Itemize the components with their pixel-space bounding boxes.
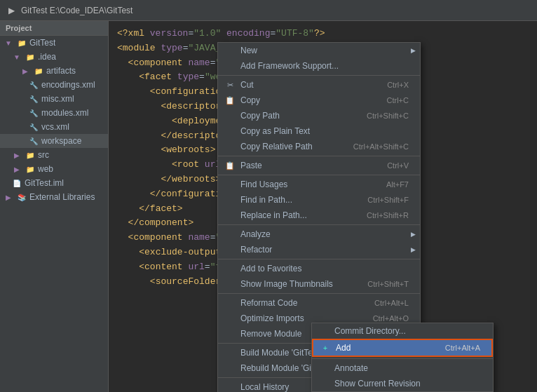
iml-icon: 📄 (11, 177, 22, 189)
tree-item-artifacts[interactable]: ▶ 📁 artifacts (0, 64, 108, 78)
xml-icon: 🔧 (28, 107, 39, 119)
folder-icon: 📁 (25, 51, 36, 62)
menu-label-find-usages: Find Usages (240, 180, 372, 189)
xml-icon: 🔧 (28, 121, 39, 133)
tree-item-misc[interactable]: 🔧 misc.xml (0, 92, 108, 106)
copy-path-icon (224, 110, 236, 121)
tree-item-iml[interactable]: 📄 GitTest.iml (0, 176, 108, 190)
menu-item-add-framework[interactable]: Add Framework Support... (218, 58, 420, 74)
tree-item-vcs[interactable]: 🔧 vcs.xml (0, 120, 108, 134)
menu-label-find-path: Find in Path... (240, 195, 353, 205)
menu-label-paste: Paste (240, 161, 373, 170)
editor-panel: <?xml version="1.0" encoding="UTF-8"?> <… (109, 21, 537, 392)
submenu-item-show-current[interactable]: Show Current Revision (312, 376, 493, 391)
tree-item-workspace[interactable]: 🔧 workspace (0, 134, 108, 148)
tree-label-artifacts: artifacts (46, 66, 76, 76)
optimize-shortcut: Ctrl+Alt+O (373, 314, 409, 323)
menu-item-paste[interactable]: 📋 Paste Ctrl+V (218, 158, 420, 173)
project-panel: Project ▼ 📁 GitTest ▼ 📁 .idea ▶ 📁 artifa… (0, 21, 109, 392)
tree-label-iml: GitTest.iml (25, 178, 64, 188)
folder-icon: 📁 (25, 149, 36, 161)
expand-icon: ▶ (20, 65, 31, 76)
menu-label-replace-path: Replace in Path... (240, 210, 353, 220)
menu-item-reformat[interactable]: Reformat Code Ctrl+Alt+L (218, 295, 420, 311)
copy-shortcut: Ctrl+C (387, 96, 409, 104)
submenu-item-annotate[interactable]: Annotate (312, 360, 493, 376)
find-usages-icon (224, 179, 236, 190)
find-path-icon (224, 194, 236, 205)
thumbnails-icon (224, 278, 236, 290)
menu-item-copy-plain[interactable]: Copy as Plain Text (218, 123, 420, 139)
main-layout: Project ▼ 📁 GitTest ▼ 📁 .idea ▶ 📁 artifa… (0, 21, 537, 392)
menu-label-copy-relative: Copy Relative Path (240, 142, 339, 151)
menu-item-add-favorites[interactable]: Add to Favorites (218, 261, 420, 276)
menu-separator-5 (218, 259, 420, 259)
copy-path-shortcut: Ctrl+Shift+C (367, 111, 409, 120)
menu-label-add-favorites: Add to Favorites (240, 264, 409, 273)
add-framework-icon (224, 60, 236, 72)
tree-label-src: src (38, 150, 49, 160)
menu-item-refactor[interactable]: Refactor (218, 242, 420, 257)
menu-item-copy-path[interactable]: Copy Path Ctrl+Shift+C (218, 108, 420, 123)
replace-path-shortcut: Ctrl+Shift+R (367, 211, 409, 219)
menu-item-copy-relative[interactable]: Copy Relative Path Ctrl+Alt+Shift+C (218, 139, 420, 154)
annotate-icon (318, 363, 330, 374)
menu-label-refactor: Refactor (240, 245, 409, 255)
reformat-shortcut: Ctrl+Alt+L (374, 299, 409, 307)
menu-item-analyze[interactable]: Analyze (218, 227, 420, 242)
tree-item-gittest[interactable]: ▼ 📁 GitTest (0, 36, 108, 50)
tree-item-external[interactable]: ▶ 📚 External Libraries (0, 190, 108, 204)
expand-icon: ▶ (11, 163, 22, 175)
tree-label-external: External Libraries (29, 192, 95, 202)
submenu-item-commit[interactable]: Commit Directory... (312, 323, 493, 339)
folder-icon: 📁 (25, 163, 36, 175)
tree-label-web: web (38, 164, 53, 174)
folder-icon: 📁 (33, 65, 44, 76)
tree-item-encodings[interactable]: 🔧 encodings.xml (0, 78, 108, 92)
menu-item-new[interactable]: New (218, 43, 420, 58)
copy-icon: 📋 (224, 95, 236, 106)
expand-icon: ▶ (3, 191, 14, 203)
build-icon (224, 347, 236, 358)
tree-item-web[interactable]: ▶ 📁 web (0, 162, 108, 176)
tree-label-idea: .idea (38, 52, 56, 62)
xml-icon: 🔧 (28, 93, 39, 104)
menu-item-copy[interactable]: 📋 Copy Ctrl+C (218, 93, 420, 108)
menu-label-copy-path: Copy Path (240, 111, 353, 121)
menu-label-reformat: Reformat Code (240, 298, 360, 308)
app-icon: ▶ (6, 5, 17, 16)
favorites-icon (224, 263, 236, 274)
rebuild-icon (224, 363, 236, 374)
menu-label-new: New (240, 46, 409, 55)
menu-label-cut: Cut (240, 80, 373, 90)
submenu-label-add: Add (336, 343, 431, 353)
xml-icon: 🔧 (28, 79, 39, 90)
tree-item-idea[interactable]: ▼ 📁 .idea (0, 50, 108, 64)
refactor-icon (224, 244, 236, 255)
add-shortcut: Ctrl+Alt+A (445, 344, 480, 352)
menu-item-replace-path[interactable]: Replace in Path... Ctrl+Shift+R (218, 208, 420, 223)
project-header: Project (0, 21, 108, 36)
menu-item-find-path[interactable]: Find in Path... Ctrl+Shift+F (218, 192, 420, 208)
tree-label-workspace: workspace (41, 136, 81, 146)
analyze-icon (224, 229, 236, 240)
optimize-icon (224, 313, 236, 324)
replace-path-icon (224, 210, 236, 221)
find-path-shortcut: Ctrl+Shift+F (367, 196, 409, 204)
menu-separator-3 (218, 175, 420, 175)
menu-item-thumbnails[interactable]: Show Image Thumbnails Ctrl+Shift+T (218, 276, 420, 292)
tree-item-src[interactable]: ▶ 📁 src (0, 148, 108, 162)
menu-item-cut[interactable]: ✂ Cut Ctrl+X (218, 77, 420, 93)
paste-shortcut: Ctrl+V (387, 161, 409, 170)
project-icon: 📁 (16, 37, 27, 48)
menu-separator-4 (218, 224, 420, 225)
submenu-label-show-current: Show Current Revision (334, 379, 482, 388)
expand-icon: ▶ (11, 149, 22, 161)
menu-separator-6 (218, 293, 420, 294)
submenu-item-add[interactable]: + Add Ctrl+Alt+A (312, 339, 493, 357)
paste-icon: 📋 (224, 160, 236, 171)
expand-icon: ▼ (3, 37, 14, 48)
tree-item-modules[interactable]: 🔧 modules.xml (0, 106, 108, 120)
remove-icon (224, 328, 236, 339)
menu-item-find-usages[interactable]: Find Usages Alt+F7 (218, 177, 420, 192)
